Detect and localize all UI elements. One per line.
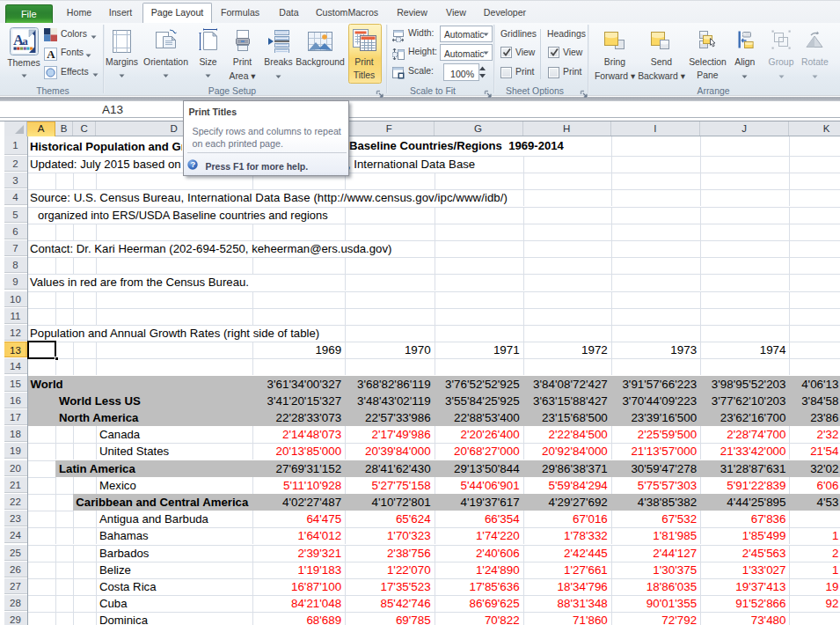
svg-text:?: ?	[190, 159, 195, 169]
svg-text:a: a	[22, 34, 28, 47]
svg-text:A: A	[47, 48, 55, 61]
